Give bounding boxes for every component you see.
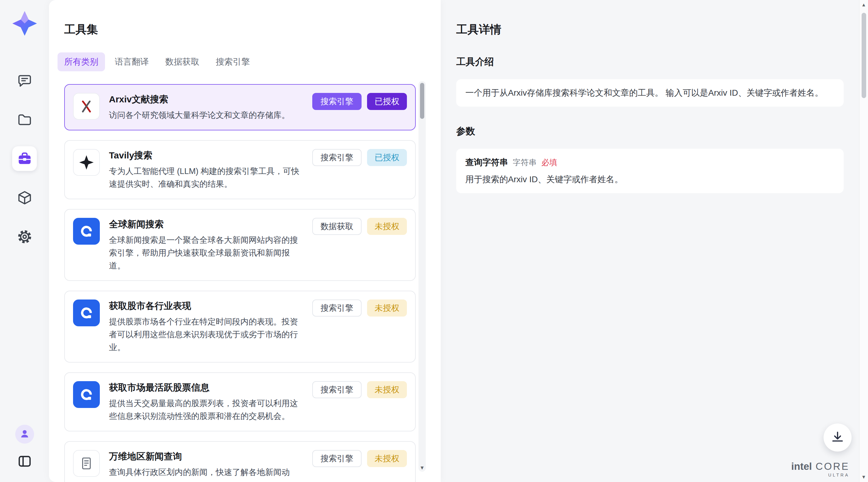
tool-name: 万维地区新闻查询 [109,451,303,462]
collapse-panel-button[interactable] [17,454,33,470]
param-required-badge: 必填 [541,156,557,169]
cube-icon [17,190,32,205]
tool-text: Arxiv文献搜索 访问各个研究领域大量科学论文和文章的存储库。 [109,93,303,121]
globalnews-icon [73,218,100,245]
tool-detail-panel: 工具详情 工具介绍 一个用于从Arxiv存储库搜索科学论文和文章的工具。 输入可… [441,0,859,482]
download-icon [831,430,844,445]
intro-card: 一个用于从Arxiv存储库搜索科学论文和文章的工具。 输入可以是Arxiv ID… [456,79,844,107]
briefcase-icon [17,151,33,167]
app-window: 工具集 所有类别语言翻译数据获取搜索引擎 Arxiv文献搜索 访问各个研究领域大… [0,0,868,482]
chat-icon [17,73,32,88]
tool-text: 获取股市各行业表现 提供股票市场各个行业在特定时间段内的表现。投资者可以利用这些… [109,300,303,354]
arxiv-icon [73,93,100,120]
param-description: 用于搜索的Arxiv ID、关键字或作者姓名。 [465,173,835,186]
window-scrollbar[interactable]: ▲ ▼ [859,0,868,482]
tool-category-badge[interactable]: 搜索引擎 [312,149,362,166]
tool-card[interactable]: Arxiv文献搜索 访问各个研究领域大量科学论文和文章的存储库。 搜索引擎 已授… [64,84,416,131]
intro-heading: 工具介绍 [456,55,844,68]
detail-panel-title: 工具详情 [456,22,844,37]
param-name: 查询字符串 [465,156,508,169]
tool-category-badge[interactable]: 搜索引擎 [312,381,362,398]
sidebar-item-tools[interactable] [12,146,37,171]
download-button[interactable] [824,424,851,452]
tools-panel: 工具集 所有类别语言翻译数据获取搜索引擎 Arxiv文献搜索 访问各个研究领域大… [49,0,441,482]
tool-category-badge[interactable]: 搜索引擎 [312,300,362,317]
document-icon [73,450,100,477]
sidebar-item-models[interactable] [12,185,37,210]
tool-auth-badge[interactable]: 未授权 [367,218,407,235]
tool-auth-badge[interactable]: 未授权 [367,300,407,317]
intro-text: 一个用于从Arxiv存储库搜索科学论文和文章的工具。 输入可以是Arxiv ID… [465,88,823,97]
tool-name: Arxiv文献搜索 [109,93,303,105]
sidebar-item-folder[interactable] [12,107,37,132]
tool-badges: 搜索引擎 未授权 [312,450,407,467]
tool-badges: 搜索引擎 未授权 [312,381,407,398]
tool-list: Arxiv文献搜索 访问各个研究领域大量科学论文和文章的存储库。 搜索引擎 已授… [64,84,416,482]
tab-translate[interactable]: 语言翻译 [108,52,156,71]
tool-card[interactable]: 全球新闻搜索 全球新闻搜索是一个聚合全球各大新闻网站内容的搜索引擎，帮助用户快速… [64,209,416,281]
tool-text: 获取市场最活跃股票信息 提供当天交易量最高的股票列表，投资者可以利用这些信息来识… [109,381,303,423]
folder-icon [17,112,32,127]
user-avatar[interactable] [15,425,34,444]
tavily-icon [73,149,100,176]
intel-core-logo: intelCORE ULTRA [791,461,849,477]
gear-icon [17,229,32,244]
tool-badges: 搜索引擎 未授权 [312,300,407,317]
tool-badges: 搜索引擎 已授权 [312,93,407,110]
core-wordmark: CORE [816,461,849,472]
tool-text: 全球新闻搜索 全球新闻搜索是一个聚合全球各大新闻网站内容的搜索引擎，帮助用户快速… [109,218,303,272]
list-scrollbar[interactable]: ▼ [418,81,426,472]
tool-description: 查询具体行政区划内的新闻，快速了解各地新闻动 [109,466,303,479]
tool-badges: 数据获取 未授权 [312,218,407,235]
scroll-down-arrow-icon[interactable]: ▼ [861,474,866,480]
sidebar [0,0,49,482]
tool-text: 万维地区新闻查询 查询具体行政区划内的新闻，快速了解各地新闻动 [109,450,303,479]
tool-auth-badge[interactable]: 未授权 [367,381,407,398]
tool-name: 全球新闻搜索 [109,219,303,230]
scroll-up-arrow-icon[interactable]: ▲ [861,2,866,8]
tab-all[interactable]: 所有类别 [58,52,105,71]
tool-name: 获取股市各行业表现 [109,300,303,312]
tool-auth-badge[interactable]: 已授权 [367,149,407,166]
param-card: 查询字符串 字符串 必填 用于搜索的Arxiv ID、关键字或作者姓名。 [456,149,844,193]
tool-card[interactable]: 万维地区新闻查询 查询具体行政区划内的新闻，快速了解各地新闻动 搜索引擎 未授权 [64,441,416,482]
sidebar-bottom [15,425,34,470]
tool-badges: 搜索引擎 已授权 [312,149,407,166]
intel-wordmark: intel [791,461,812,472]
ultra-wordmark: ULTRA [791,473,849,477]
sidebar-item-settings[interactable] [12,224,37,249]
person-icon [20,428,30,440]
tab-search[interactable]: 搜索引擎 [209,52,256,71]
scroll-down-arrow-icon[interactable]: ▼ [418,465,426,471]
tool-category-badge[interactable]: 搜索引擎 [312,450,362,467]
param-type: 字符串 [513,156,536,169]
tool-description: 专为人工智能代理 (LLM) 构建的搜索引擎工具，可快速提供实时、准确和真实的结… [109,165,303,191]
window-scrollbar-thumb[interactable] [862,13,866,98]
tab-data[interactable]: 数据获取 [159,52,206,71]
tool-card[interactable]: 获取股市各行业表现 提供股票市场各个行业在特定时间段内的表现。投资者可以利用这些… [64,291,416,363]
params-heading: 参数 [456,125,844,138]
tool-description: 提供当天交易量最高的股票列表，投资者可以利用这些信息来识别流动性强的股票和潜在的… [109,397,303,423]
globalnews-icon [73,381,100,408]
tool-name: Tavily搜索 [109,150,303,161]
tool-description: 访问各个研究领域大量科学论文和文章的存储库。 [109,109,303,121]
globalnews-icon [73,300,100,326]
tool-text: Tavily搜索 专为人工智能代理 (LLM) 构建的搜索引擎工具，可快速提供实… [109,149,303,191]
tool-description: 提供股票市场各个行业在特定时间段内的表现。投资者可以利用这些信息来识别表现优于或… [109,315,303,354]
tool-auth-badge[interactable]: 未授权 [367,450,407,467]
sidebar-layout-icon [17,454,32,470]
category-tabs: 所有类别语言翻译数据获取搜索引擎 [58,52,441,71]
tool-category-badge[interactable]: 搜索引擎 [312,93,362,110]
list-scrollbar-thumb[interactable] [420,83,424,119]
app-logo[interactable] [11,10,38,37]
sidebar-nav [12,68,37,249]
param-header: 查询字符串 字符串 必填 [465,156,835,169]
tool-category-badge[interactable]: 数据获取 [312,218,362,235]
tool-name: 获取市场最活跃股票信息 [109,382,303,393]
sidebar-item-chat[interactable] [12,68,37,93]
tool-description: 全球新闻搜索是一个聚合全球各大新闻网站内容的搜索引擎，帮助用户快速获取全球最新资… [109,234,303,272]
tool-card[interactable]: Tavily搜索 专为人工智能代理 (LLM) 构建的搜索引擎工具，可快速提供实… [64,140,416,199]
tool-auth-badge[interactable]: 已授权 [367,93,407,110]
tools-panel-title: 工具集 [64,22,441,37]
tool-card[interactable]: 获取市场最活跃股票信息 提供当天交易量最高的股票列表，投资者可以利用这些信息来识… [64,372,416,431]
